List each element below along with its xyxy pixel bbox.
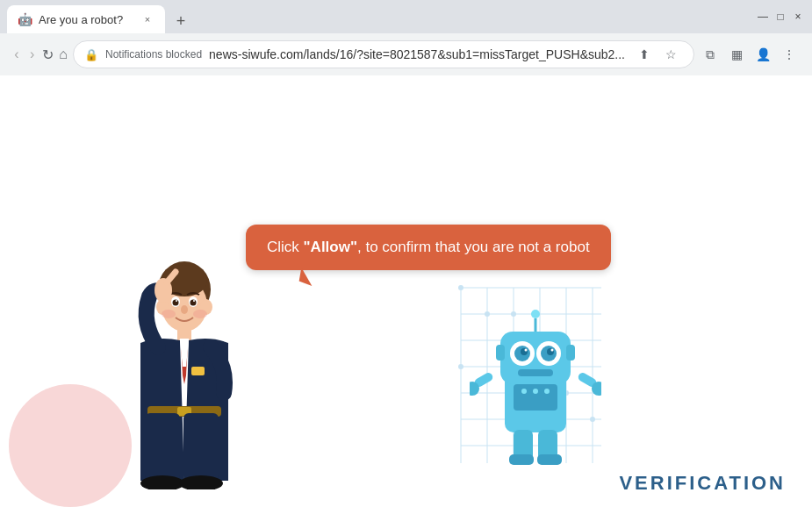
svg-point-57 [190, 300, 197, 306]
svg-point-59 [193, 300, 195, 302]
robot-figure [470, 288, 601, 481]
svg-rect-43 [496, 345, 505, 361]
svg-point-58 [176, 300, 177, 302]
lock-icon: 🔒 [84, 48, 98, 61]
title-bar: 🤖 Are you a robot? × + — □ × [0, 0, 812, 33]
human-figure [114, 253, 255, 481]
svg-rect-27 [514, 384, 557, 411]
svg-point-30 [544, 389, 550, 394]
speech-bubble: Click "Allow", to confirm that you are n… [246, 225, 611, 270]
svg-point-41 [531, 310, 540, 318]
svg-rect-44 [566, 345, 575, 361]
svg-rect-42 [518, 369, 553, 376]
address-actions: ⬆ ☆ [632, 42, 683, 67]
home-button[interactable]: ⌂ [57, 40, 69, 68]
bookmark-button[interactable]: ☆ [658, 42, 683, 67]
share-button[interactable]: ⬆ [632, 42, 657, 67]
person-background-circle [9, 384, 132, 507]
sidebar-button[interactable]: ▦ [724, 42, 749, 67]
menu-button[interactable]: ⋮ [777, 42, 801, 67]
svg-point-39 [551, 349, 554, 352]
active-tab[interactable]: 🤖 Are you a robot? × [7, 5, 165, 33]
page-content: Click "Allow", to confirm that you are n… [0, 75, 812, 507]
speech-text-before: Click [267, 239, 304, 255]
forward-button[interactable]: › [26, 40, 39, 68]
allow-text: "Allow" [304, 239, 357, 255]
browser-frame: 🤖 Are you a robot? × + — □ × ‹ › ↻ ⌂ 🔒 N… [0, 0, 812, 507]
toolbar-right: ⧉ ▦ 👤 ⋮ [698, 42, 801, 67]
svg-point-29 [533, 389, 538, 394]
tabs-area: 🤖 Are you a robot? × + [7, 0, 749, 33]
tab-favicon: 🤖 [18, 12, 32, 26]
back-button[interactable]: ‹ [11, 40, 23, 68]
minimize-button[interactable]: — [756, 10, 770, 24]
svg-point-19 [458, 364, 463, 369]
svg-point-38 [525, 349, 528, 352]
svg-rect-47 [509, 454, 534, 465]
address-bar: ‹ › ↻ ⌂ 🔒 Notifications blocked news-siw… [0, 33, 812, 75]
tab-close-button[interactable]: × [140, 12, 154, 26]
url-text: news-siwufe.com/lands/16/?site=8021587&s… [209, 47, 625, 61]
svg-point-28 [521, 389, 527, 394]
svg-point-56 [173, 300, 179, 306]
svg-rect-68 [191, 367, 205, 375]
svg-point-62 [193, 310, 207, 318]
svg-rect-74 [183, 413, 219, 481]
svg-marker-67 [180, 340, 189, 367]
svg-rect-73 [145, 413, 180, 481]
svg-point-13 [458, 285, 463, 290]
svg-marker-66 [183, 375, 186, 384]
maximize-button[interactable]: □ [773, 10, 787, 24]
notifications-blocked-label: Notifications blocked [105, 48, 202, 61]
verification-label: VERIFICATION [619, 472, 786, 495]
profile-button[interactable]: 👤 [751, 42, 775, 67]
extensions-button[interactable]: ⧉ [698, 42, 722, 67]
speech-text-after: , to confirm that you are not a robot [357, 239, 590, 255]
window-controls: — □ × [756, 10, 805, 24]
tab-title: Are you a robot? [39, 13, 133, 26]
close-window-button[interactable]: × [791, 10, 805, 24]
svg-point-61 [162, 310, 176, 318]
svg-rect-48 [537, 454, 562, 465]
reload-button[interactable]: ↻ [42, 40, 54, 68]
address-input[interactable]: 🔒 Notifications blocked news-siwufe.com/… [73, 40, 694, 68]
new-tab-button[interactable]: + [169, 9, 193, 33]
svg-point-60 [181, 305, 188, 314]
